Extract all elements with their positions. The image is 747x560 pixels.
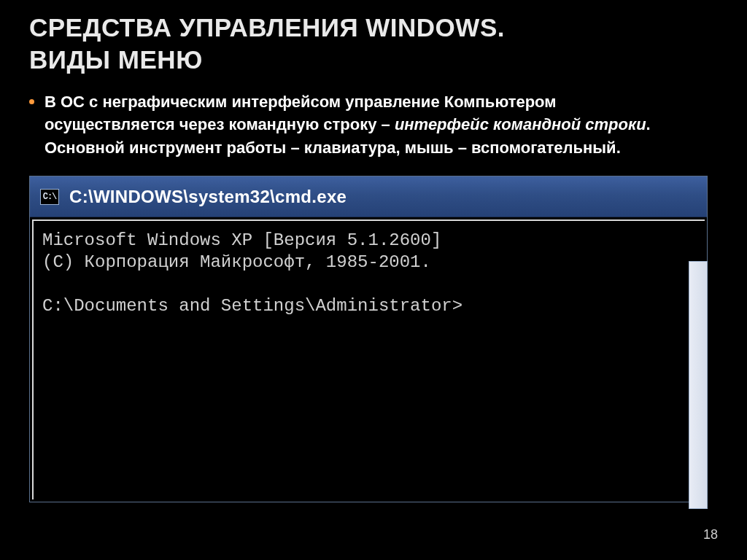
title-line-2: ВИДЫ МЕНЮ [29,45,203,74]
cmd-output[interactable]: Microsoft Windows XP [Версия 5.1.2600] (… [32,219,705,499]
cmd-titlebar: C:\ C:\WINDOWS\system32\cmd.exe [30,176,707,217]
page-number: 18 [703,527,718,542]
title-line-1: СРЕДСТВА УПРАВЛЕНИЯ WINDOWS. [29,13,505,42]
cmd-prompt: C:\Documents and Settings\Administrator> [42,296,462,316]
slide-title: СРЕДСТВА УПРАВЛЕНИЯ WINDOWS. ВИДЫ МЕНЮ [0,0,747,83]
bullet-icon [29,99,34,104]
terminal-icon: C:\ [40,189,59,205]
bullet-item: В ОС с неграфическим интерфейсом управле… [42,90,713,160]
slide: { "heading": { "line1": "СРЕДСТВА УПРАВЛ… [0,0,747,560]
cmd-line-2: (C) Корпорация Майкрософт, 1985-2001. [42,252,431,272]
scrollbar[interactable] [689,261,708,509]
bullet-text: В ОС с неграфическим интерфейсом управле… [44,90,679,160]
cmd-window: C:\ C:\WINDOWS\system32\cmd.exe Microsof… [29,176,708,502]
slide-body: В ОС с неграфическим интерфейсом управле… [0,83,747,160]
bullet-italic: интерфейс командной строки [395,115,646,133]
cmd-title: C:\WINDOWS\system32\cmd.exe [69,187,347,207]
cmd-line-1: Microsoft Windows XP [Версия 5.1.2600] [42,230,441,250]
